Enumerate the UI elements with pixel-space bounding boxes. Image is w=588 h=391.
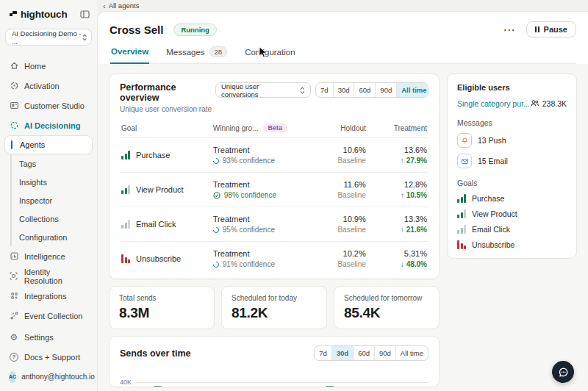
goal-bars-icon [457, 209, 466, 218]
sidebar-item-activation[interactable]: Activation [0, 76, 97, 96]
account-email: anthony@hightouch.io [21, 373, 95, 381]
range-60d[interactable]: 60d [353, 346, 374, 360]
hightouch-logo: hightouch [9, 9, 67, 20]
logo-text: hightouch [21, 9, 67, 20]
card-subtitle: Unique user conversion rate [120, 105, 215, 113]
pause-icon [535, 26, 539, 32]
audience-link[interactable]: Single category pur... [457, 99, 530, 108]
goal-item-view-product: View Product [457, 209, 567, 218]
goal-bars-icon [457, 240, 466, 249]
tab-configuration[interactable]: Configuration [244, 46, 295, 63]
range-30d[interactable]: 30d [333, 83, 354, 97]
perf-range-selector: 7d 30d 60d 90d All time [315, 82, 429, 98]
collapse-sidebar-icon[interactable] [80, 10, 90, 18]
overview-content: Performance overview Unique user convers… [98, 64, 588, 391]
sidebar-item-settings[interactable]: ⚙ Settings [0, 327, 97, 347]
message-type-push: 13 Push [457, 133, 567, 148]
account-menu[interactable]: AC anthony@hightouch.io [0, 367, 97, 387]
sends-range-selector: 7d 30d 60d 90d All time [314, 345, 429, 361]
sidebar-item-label: AI Decisioning [24, 121, 80, 130]
chat-launcher-button[interactable] [552, 361, 574, 383]
sidebar-item-event-collection[interactable]: Event Collection [0, 306, 97, 326]
workspace-selector[interactable]: AI Decisioning Demo - ... [5, 29, 92, 46]
sidebar-item-label: Settings [24, 333, 54, 342]
card-title: Sends over time [120, 348, 191, 359]
sidebar-item-tags[interactable]: Tags [4, 154, 93, 173]
sidebar-item-customer-studio[interactable]: Customer Studio [0, 96, 97, 115]
sidebar-item-home[interactable]: Home [0, 56, 97, 76]
tab-overview[interactable]: Overview [110, 46, 149, 64]
users-icon [530, 98, 539, 108]
sidebar-item-docs-support[interactable]: ? Docs + Support [0, 347, 97, 367]
confidence-progress-icon [212, 226, 220, 234]
range-all-time[interactable]: All time [396, 83, 429, 97]
goal-bars-icon [457, 194, 466, 203]
sidebar-item-agents[interactable]: Agents [4, 135, 93, 154]
sidebar-item-insights[interactable]: Insights [4, 173, 93, 191]
table-row-unsubscribe[interactable]: Unsubscribe Treatment 91% confidence 10.… [120, 241, 429, 276]
sidebar-item-intelligence[interactable]: Intelligence [0, 246, 97, 266]
sidebar-item-label: Configuration [19, 233, 67, 242]
page-title: Cross Sell [110, 24, 163, 36]
activation-icon [9, 81, 19, 90]
event-collection-icon [9, 311, 19, 320]
range-90d[interactable]: 90d [374, 346, 395, 360]
agent-detail-sheet: Cross Sell Running ··· Pause Overview Me… [97, 11, 588, 391]
table-row-purchase[interactable]: Purchase Treatment 93% confidence 10.6%B… [120, 137, 429, 172]
stat-total-sends: Total sends 8.3M [109, 286, 215, 329]
main-area: ‹ All agents Cross Sell Running ··· Paus… [97, 0, 588, 391]
goals-section-title: Goals [457, 179, 567, 187]
pause-button[interactable]: Pause [526, 21, 576, 37]
beta-badge: Beta [263, 123, 288, 132]
message-type-label: 13 Push [478, 136, 506, 145]
sidebar-item-label: Inspector [19, 196, 52, 205]
settings-gear-icon: ⚙ [9, 333, 19, 342]
sidebar-item-label: Intelligence [24, 252, 65, 261]
trend-up-icon: ↑ [401, 226, 404, 234]
goal-item-purchase: Purchase [457, 194, 567, 203]
goal-item-unsubscribe: Unsubscribe [457, 240, 567, 249]
tab-bar: Overview Messages 28 Configuration [110, 46, 576, 64]
goal-bars-icon [121, 220, 130, 229]
status-badge: Running [173, 24, 217, 36]
app-window: hightouch AI Decisioning Demo - ... Home… [0, 0, 588, 391]
goal-bars-icon [121, 151, 130, 159]
table-row-view-product[interactable]: View Product Treatment 98% confidence 11… [120, 172, 429, 207]
range-7d[interactable]: 7d [316, 83, 333, 97]
goal-item-email-click: Email Click [457, 225, 567, 234]
sidebar-item-integrations[interactable]: Integrations [0, 286, 97, 306]
range-30d[interactable]: 30d [331, 346, 353, 360]
sidebar-item-label: Insights [19, 178, 47, 187]
sidebar: hightouch AI Decisioning Demo - ... Home… [0, 0, 97, 391]
range-all-time[interactable]: All time [395, 346, 428, 360]
confidence-progress-icon [212, 260, 220, 268]
goal-bars-icon [121, 185, 130, 194]
breadcrumb-label: All agents [109, 1, 140, 10]
goal-bars-icon [121, 254, 130, 263]
sidebar-item-configuration[interactable]: Configuration [4, 228, 93, 246]
metric-select-value: Unique user conversions [221, 82, 295, 98]
range-7d[interactable]: 7d [315, 346, 331, 360]
sends-bar-chart: 40K [120, 379, 429, 387]
range-60d[interactable]: 60d [354, 83, 375, 97]
check-circle-icon [213, 192, 220, 199]
chevron-updown-icon [300, 87, 305, 94]
metric-select[interactable]: Unique user conversions [215, 82, 311, 98]
chart-bar [325, 386, 334, 387]
sidebar-item-collections[interactable]: Collections [4, 209, 93, 228]
table-row-email-click[interactable]: Email Click Treatment 95% confidence 10.… [120, 207, 429, 241]
card-title: Performance overview [120, 82, 215, 103]
sidebar-item-inspector[interactable]: Inspector [4, 191, 93, 209]
range-90d[interactable]: 90d [375, 83, 396, 97]
sidebar-item-ai-decisioning[interactable]: AI Decisioning [0, 115, 97, 135]
y-axis-tick: 40K [120, 379, 132, 386]
integrations-icon [9, 291, 19, 301]
performance-overview-card: Performance overview Unique user convers… [109, 73, 440, 279]
tab-messages[interactable]: Messages 28 [165, 46, 228, 63]
message-type-email: 15 Email [457, 154, 567, 168]
breadcrumb[interactable]: ‹ All agents [97, 0, 588, 11]
more-menu-icon[interactable]: ··· [504, 24, 516, 35]
confidence-progress-icon [212, 157, 220, 165]
sidebar-item-identity-resolution[interactable]: Identity Resolution [0, 266, 97, 286]
table-header: Goal Winning gro...Beta Holdout Treatmen… [120, 122, 429, 137]
